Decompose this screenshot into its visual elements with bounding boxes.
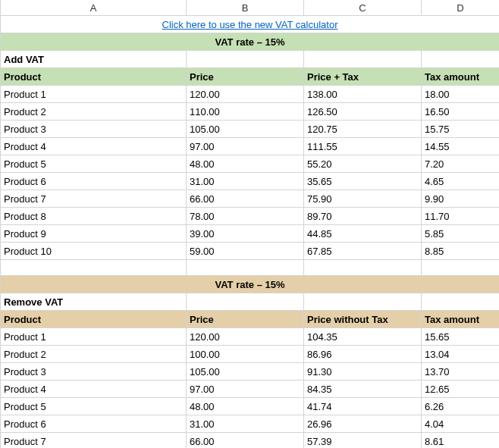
col-header-d[interactable]: D (422, 0, 500, 16)
cell[interactable]: Product 4 (1, 138, 187, 155)
cell[interactable]: Product 9 (1, 225, 187, 243)
cell[interactable]: 84.35 (304, 381, 422, 398)
cell[interactable]: Product 4 (1, 381, 187, 398)
cell[interactable]: Product 6 (1, 415, 187, 433)
cell[interactable]: Product 7 (1, 433, 187, 449)
add-header-product: Product (1, 68, 187, 86)
table-row: Product 6 31.00 35.65 4.65 (1, 173, 500, 190)
remove-header-price-no-tax: Price without Tax (304, 311, 422, 328)
vat-calculator-link[interactable]: Click here to use the new VAT calculator (162, 19, 338, 30)
cell[interactable]: 16.50 (422, 103, 500, 121)
cell[interactable]: 138.00 (304, 86, 422, 103)
table-row: Product 10 59.00 67.85 8.85 (1, 243, 500, 260)
cell[interactable]: 97.00 (187, 381, 304, 398)
table-row: Product 3 105.00 120.75 15.75 (1, 121, 500, 138)
cell[interactable]: 120.75 (304, 121, 422, 138)
cell[interactable]: Product 7 (1, 190, 187, 208)
cell[interactable]: 105.00 (187, 121, 304, 138)
cell[interactable]: 41.74 (304, 398, 422, 415)
cell[interactable]: 105.00 (187, 363, 304, 381)
cell[interactable]: 97.00 (187, 138, 304, 155)
table-row: Product 4 97.00 111.55 14.55 (1, 138, 500, 155)
cell[interactable]: 104.35 (304, 328, 422, 346)
cell[interactable]: 86.96 (304, 346, 422, 363)
cell[interactable]: 48.00 (187, 155, 304, 173)
cell[interactable]: 31.00 (187, 415, 304, 433)
cell[interactable]: 4.65 (422, 173, 500, 190)
cell[interactable]: 15.75 (422, 121, 500, 138)
cell[interactable]: 9.90 (422, 190, 500, 208)
cell[interactable]: 57.39 (304, 433, 422, 449)
add-vat-title-row: Add VAT (1, 51, 500, 68)
cell[interactable]: Product 6 (1, 173, 187, 190)
cell[interactable]: 59.00 (187, 243, 304, 260)
cell[interactable]: Product 2 (1, 346, 187, 363)
remove-header-price: Price (187, 311, 304, 328)
cell[interactable]: 66.00 (187, 190, 304, 208)
cell[interactable]: 48.00 (187, 398, 304, 415)
cell[interactable]: 75.90 (304, 190, 422, 208)
cell[interactable]: 89.70 (304, 208, 422, 225)
cell[interactable]: Product 5 (1, 155, 187, 173)
cell[interactable]: 44.85 (304, 225, 422, 243)
cell[interactable]: Product 10 (1, 243, 187, 260)
cell[interactable]: 8.85 (422, 243, 500, 260)
cell[interactable]: Product 1 (1, 328, 187, 346)
cell[interactable]: 12.65 (422, 381, 500, 398)
add-vat-rate-label: VAT rate – 15% (1, 33, 500, 51)
col-header-a[interactable]: A (1, 0, 187, 16)
cell[interactable]: 126.50 (304, 103, 422, 121)
cell[interactable]: Product 8 (1, 208, 187, 225)
col-header-c[interactable]: C (304, 0, 422, 16)
remove-vat-title: Remove VAT (1, 293, 187, 311)
cell[interactable]: 14.55 (422, 138, 500, 155)
cell[interactable]: 18.00 (422, 86, 500, 103)
cell[interactable]: 39.00 (187, 225, 304, 243)
cell[interactable]: 8.61 (422, 433, 500, 449)
cell[interactable]: 26.96 (304, 415, 422, 433)
cell[interactable]: 15.65 (422, 328, 500, 346)
add-vat-rate-band: VAT rate – 15% (1, 33, 500, 51)
cell[interactable]: 11.70 (422, 208, 500, 225)
table-row: Product 7 66.00 75.90 9.90 (1, 190, 500, 208)
cell[interactable]: Product 3 (1, 363, 187, 381)
spacer-row (1, 260, 500, 276)
cell[interactable]: 13.70 (422, 363, 500, 381)
table-row: Product 5 48.00 55.20 7.20 (1, 155, 500, 173)
table-row: Product 2 100.00 86.96 13.04 (1, 346, 500, 363)
cell[interactable]: Product 5 (1, 398, 187, 415)
table-row: Product 1 120.00 104.35 15.65 (1, 328, 500, 346)
table-row: Product 3 105.00 91.30 13.70 (1, 363, 500, 381)
cell[interactable]: 100.00 (187, 346, 304, 363)
col-header-b[interactable]: B (187, 0, 304, 16)
cell[interactable]: 4.04 (422, 415, 500, 433)
cell[interactable]: 13.04 (422, 346, 500, 363)
cell[interactable]: 6.26 (422, 398, 500, 415)
cell[interactable]: Product 2 (1, 103, 187, 121)
remove-header-product: Product (1, 311, 187, 328)
cell[interactable]: 7.20 (422, 155, 500, 173)
cell[interactable]: 111.55 (304, 138, 422, 155)
table-row: Product 4 97.00 84.35 12.65 (1, 381, 500, 398)
cell[interactable]: Product 3 (1, 121, 187, 138)
table-row: Product 5 48.00 41.74 6.26 (1, 398, 500, 415)
spreadsheet: A B C D Click here to use the new VAT ca… (0, 0, 499, 448)
add-vat-header-row: Product Price Price + Tax Tax amount (1, 68, 500, 86)
top-link-row: Click here to use the new VAT calculator (1, 16, 500, 33)
cell[interactable]: 120.00 (187, 86, 304, 103)
cell[interactable]: 31.00 (187, 173, 304, 190)
cell[interactable]: 67.85 (304, 243, 422, 260)
cell[interactable]: 120.00 (187, 328, 304, 346)
cell[interactable]: 78.00 (187, 208, 304, 225)
cell[interactable]: 66.00 (187, 433, 304, 449)
cell[interactable]: 5.85 (422, 225, 500, 243)
remove-vat-header-row: Product Price Price without Tax Tax amou… (1, 311, 500, 328)
cell[interactable]: 55.20 (304, 155, 422, 173)
table-row: Product 6 31.00 26.96 4.04 (1, 415, 500, 433)
cell[interactable]: 91.30 (304, 363, 422, 381)
cell[interactable]: 35.65 (304, 173, 422, 190)
table-row: Product 9 39.00 44.85 5.85 (1, 225, 500, 243)
cell[interactable]: 110.00 (187, 103, 304, 121)
add-header-price-tax: Price + Tax (304, 68, 422, 86)
cell[interactable]: Product 1 (1, 86, 187, 103)
